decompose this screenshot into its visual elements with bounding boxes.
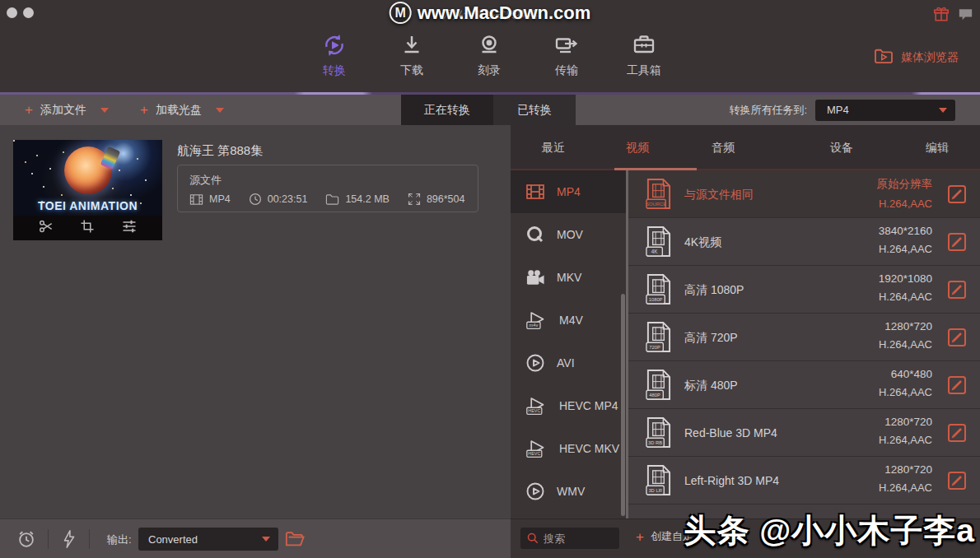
preset-edit-button[interactable]: [947, 423, 967, 443]
tab-converting[interactable]: 正在转换: [401, 95, 493, 125]
preset-row-red-blue-3d[interactable]: 3D RB Red-Blue 3D MP4 1280*720 H.264,AAC: [628, 409, 980, 457]
media-browser-folder-icon: [874, 48, 894, 67]
preset-resolution: 640*480: [879, 368, 932, 380]
video-thumbnail[interactable]: TOEI ANIMATION: [13, 140, 162, 240]
preset-row-480p[interactable]: 480P 标清 480P 640*480 H.264,AAC: [628, 361, 980, 409]
open-output-folder-icon[interactable]: [285, 530, 305, 551]
preset-edit-button[interactable]: [947, 280, 967, 300]
search-box[interactable]: [520, 528, 619, 549]
nav-label: 刻录: [478, 63, 501, 78]
search-icon: [527, 532, 539, 544]
output-format-panel: 最近 视频 音频 设备 编辑 MP4 MOV: [511, 125, 980, 558]
nav-label: 下载: [400, 63, 423, 78]
dropdown-caret-icon: [262, 537, 270, 542]
preset-edit-button[interactable]: [947, 375, 967, 395]
preset-edit-button[interactable]: [947, 184, 967, 204]
preset-name: 与源文件相同: [684, 188, 754, 202]
format-label: WMV: [557, 485, 585, 498]
filmstrip-icon: [189, 193, 203, 206]
play-flag-icon: m4v: [525, 310, 548, 330]
preset-edit-button[interactable]: [947, 471, 967, 491]
movie-camera-icon: [525, 268, 545, 286]
expand-resolution-icon: [408, 193, 421, 206]
high-speed-lightning-icon[interactable]: [61, 529, 77, 552]
preset-list: SOURCE 与源文件相同 原始分辨率 H.264,AAC: [626, 170, 980, 518]
tab-edit[interactable]: 编辑: [926, 141, 949, 156]
nav-tab-burn[interactable]: 刻录: [466, 33, 512, 78]
nav-tab-download[interactable]: 下载: [389, 33, 435, 78]
preset-badge: 720P: [649, 345, 660, 350]
preset-badge: 1080P: [649, 297, 663, 302]
load-disc-label: 加载光盘: [156, 103, 202, 118]
preset-badge: 3D LR: [648, 488, 661, 493]
tab-recent[interactable]: 最近: [542, 141, 565, 156]
preset-row-1080p[interactable]: 1080P 高清 1080P 1920*1080 H.264,AAC: [628, 266, 980, 314]
convert-all-dropdown[interactable]: MP4: [815, 100, 955, 121]
video-file-icon: 720P: [645, 321, 672, 353]
download-icon: [399, 33, 424, 58]
feedback-chat-icon[interactable]: [958, 7, 973, 25]
schedule-timer-icon[interactable]: [16, 529, 36, 552]
tab-converted[interactable]: 已转换: [493, 95, 576, 125]
format-item-wmv[interactable]: WMV: [511, 470, 626, 513]
file-format-stat: MP4: [189, 193, 231, 206]
edit-pencil-icon: [947, 184, 967, 204]
gift-icon[interactable]: [933, 6, 950, 26]
format-item-hevc-mkv[interactable]: HEVC HEVC MKV: [511, 427, 626, 470]
preset-name: 标清 480P: [684, 379, 738, 393]
output-folder-dropdown[interactable]: Converted: [138, 528, 278, 551]
nav-tab-toolbox[interactable]: 工具箱: [621, 33, 667, 78]
format-item-mp4[interactable]: MP4: [511, 170, 626, 213]
convert-all-label: 转换所有任务到:: [729, 103, 807, 118]
app-window: 万兴全能格式转换器 M www.MacDown.com: [0, 0, 980, 558]
preset-row-4k[interactable]: 4K 4K视频 3840*2160 H.264,AAC: [628, 218, 980, 266]
preset-row-left-right-3d[interactable]: 3D LR Left-Right 3D MP4 1280*720 H.264,A…: [628, 457, 980, 505]
format-list-scrollbar[interactable]: [621, 294, 625, 516]
video-file-icon: 4K: [645, 226, 672, 258]
effects-sliders-icon[interactable]: [121, 218, 138, 238]
preset-row-same-as-source[interactable]: SOURCE 与源文件相同 原始分辨率 H.264,AAC: [628, 170, 980, 218]
crop-icon[interactable]: [80, 219, 95, 237]
edit-pencil-icon: [947, 232, 967, 252]
thumbnail-toolbar: [13, 216, 162, 240]
load-disc-dropdown-caret[interactable]: [216, 108, 224, 113]
preset-codec: H.264,AAC: [879, 338, 932, 351]
preset-name: Red-Blue 3D MP4: [684, 426, 777, 439]
format-label: M4V: [559, 314, 583, 327]
nav-tab-convert[interactable]: 转换: [311, 33, 357, 78]
trim-scissors-icon[interactable]: [38, 218, 54, 238]
plus-icon: +: [25, 103, 33, 117]
preset-edit-button[interactable]: [947, 232, 967, 252]
burn-disc-icon: [477, 33, 502, 58]
tab-device[interactable]: 设备: [830, 141, 853, 156]
nav-label: 转换: [323, 63, 346, 78]
preset-codec: H.264,AAC: [879, 434, 932, 446]
preset-row-720p[interactable]: 720P 高清 720P 1280*720 H.264,AAC: [628, 314, 980, 361]
preset-edit-button[interactable]: [947, 328, 967, 347]
divider: [48, 529, 49, 549]
filmstrip-icon: [525, 183, 545, 201]
convert-all-value: MP4: [827, 104, 849, 116]
format-item-hevc-mp4[interactable]: HEVC HEVC MP4: [511, 384, 626, 427]
preset-badge: 3D RB: [648, 440, 662, 445]
toolbar: + 添加文件 + 加载光盘 正在转换 已转换 转换所有任务到: MP4: [0, 95, 980, 125]
tab-video[interactable]: 视频: [626, 141, 649, 156]
file-duration-stat: 00:23:51: [249, 193, 308, 206]
format-item-mkv[interactable]: MKV: [511, 256, 626, 299]
video-file-icon: 3D LR: [645, 464, 672, 496]
format-item-avi[interactable]: AVI: [511, 342, 626, 384]
edit-pencil-icon: [947, 375, 967, 395]
format-item-m4v[interactable]: m4v M4V: [511, 299, 626, 342]
media-browser-button[interactable]: 媒体浏览器: [874, 48, 959, 67]
source-file-info-box: 源文件 MP4 00:23:51: [177, 165, 478, 212]
add-files-button[interactable]: + 添加文件: [25, 95, 109, 125]
load-disc-button[interactable]: + 加载光盘: [140, 95, 224, 125]
search-input[interactable]: [544, 532, 613, 545]
format-item-mov[interactable]: MOV: [511, 213, 626, 256]
nav-tab-transfer[interactable]: 传输: [544, 33, 590, 78]
file-duration-value: 00:23:51: [268, 193, 308, 205]
tab-audio[interactable]: 音频: [712, 141, 735, 156]
preset-codec: H.264,AAC: [877, 198, 933, 210]
add-files-dropdown-caret[interactable]: [100, 108, 109, 113]
task-list-area: TOEI ANIMATION: [0, 125, 511, 518]
